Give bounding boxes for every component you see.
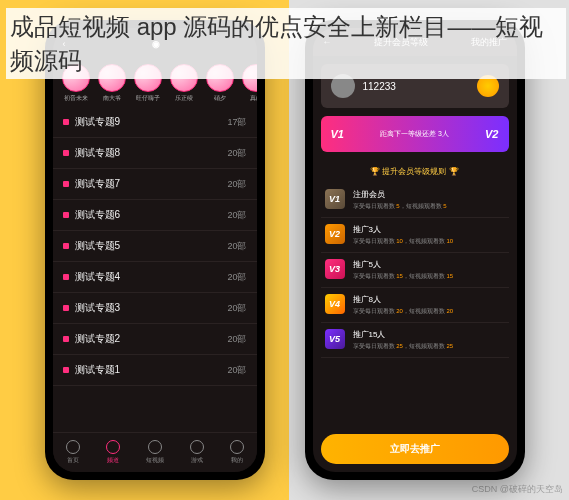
bullet-icon [63, 150, 69, 156]
tier-title: 推广5人 [353, 259, 454, 270]
list-item[interactable]: 测试专题720部 [53, 169, 257, 200]
bottom-tabbar: 首页频道短视频游戏我的 [53, 432, 257, 472]
tab-item[interactable]: 我的 [230, 440, 244, 465]
tier-badge-icon: V5 [325, 329, 345, 349]
tier-title: 推广8人 [353, 294, 454, 305]
row-count: 20部 [227, 364, 246, 377]
tier-row: V4推广8人享受每日观看数 20，短视频观看数 20 [321, 288, 509, 323]
tab-item[interactable]: 游戏 [190, 440, 204, 465]
tab-label: 游戏 [191, 456, 203, 465]
row-count: 20部 [227, 178, 246, 191]
story-name: 乐正绫 [167, 94, 201, 103]
article-title: 成品短视频 app 源码的优点安全上新栏目——短视频源码 [6, 8, 566, 79]
tab-icon [106, 440, 120, 454]
list-item[interactable]: 测试专题320部 [53, 293, 257, 324]
tab-icon [230, 440, 244, 454]
story-name: 初音未来 [59, 94, 93, 103]
story-name: 南大爷 [95, 94, 129, 103]
promote-button[interactable]: 立即去推广 [321, 434, 509, 464]
tier-badge-icon: V4 [325, 294, 345, 314]
tier-row: V2推广3人享受每日观看数 10，短视频观看数 10 [321, 218, 509, 253]
tab-icon [148, 440, 162, 454]
level-left: V1 [331, 128, 344, 140]
story-name: 真白 [239, 94, 257, 103]
list-item[interactable]: 测试专题120部 [53, 355, 257, 386]
watermark: CSDN @破碎的天空岛 [472, 483, 563, 496]
row-title: 测试专题2 [75, 332, 121, 346]
tab-label: 频道 [107, 456, 119, 465]
row-title: 测试专题9 [75, 115, 121, 129]
tier-title: 推广15人 [353, 329, 454, 340]
tier-badge-icon: V2 [325, 224, 345, 244]
row-title: 测试专题6 [75, 208, 121, 222]
tier-desc: 享受每日观看数 20，短视频观看数 20 [353, 307, 454, 316]
row-title: 测试专题1 [75, 363, 121, 377]
list-item[interactable]: 测试专题820部 [53, 138, 257, 169]
bullet-icon [63, 336, 69, 342]
section-title: 🏆 提升会员等级规则 🏆 [313, 160, 517, 183]
progress-bar: V1 距离下一等级还差 3人 V2 [321, 116, 509, 152]
bullet-icon [63, 305, 69, 311]
row-title: 测试专题4 [75, 270, 121, 284]
bullet-icon [63, 274, 69, 280]
tier-row: V5推广15人享受每日观看数 25，短视频观看数 25 [321, 323, 509, 358]
tab-item[interactable]: 频道 [106, 440, 120, 465]
tab-label: 首页 [67, 456, 79, 465]
row-count: 20部 [227, 147, 246, 160]
list-item[interactable]: 测试专题917部 [53, 107, 257, 138]
tier-row: V1注册会员享受每日观看数 5，短视频观看数 5 [321, 183, 509, 218]
list-item[interactable]: 测试专题220部 [53, 324, 257, 355]
story-name: 硝夕 [203, 94, 237, 103]
list-item[interactable]: 测试专题420部 [53, 262, 257, 293]
row-count: 20部 [227, 302, 246, 315]
row-title: 测试专题5 [75, 239, 121, 253]
row-count: 20部 [227, 333, 246, 346]
phone-left: ‹ ◉ 初音未来南大爷旺仔嗨子乐正绫硝夕真白 测试专题917部测试专题820部测… [45, 20, 265, 480]
bullet-icon [63, 243, 69, 249]
tier-row: V3推广5人享受每日观看数 15，短视频观看数 15 [321, 253, 509, 288]
phone-right: ← 提升会员等级 我的推广 112233 V1 距离下一等级还差 3人 V2 🏆… [305, 20, 525, 480]
row-count: 20部 [227, 240, 246, 253]
bullet-icon [63, 212, 69, 218]
tab-label: 我的 [231, 456, 243, 465]
tab-item[interactable]: 短视频 [146, 440, 164, 465]
tiers-list: V1注册会员享受每日观看数 5，短视频观看数 5V2推广3人享受每日观看数 10… [313, 183, 517, 426]
progress-text: 距离下一等级还差 3人 [380, 129, 449, 139]
tier-title: 注册会员 [353, 189, 447, 200]
tab-label: 短视频 [146, 456, 164, 465]
row-count: 20部 [227, 271, 246, 284]
bullet-icon [63, 181, 69, 187]
level-right: V2 [485, 128, 498, 140]
topics-list[interactable]: 测试专题917部测试专题820部测试专题720部测试专题620部测试专题520部… [53, 107, 257, 432]
screen-left: ‹ ◉ 初音未来南大爷旺仔嗨子乐正绫硝夕真白 测试专题917部测试专题820部测… [53, 28, 257, 472]
tab-icon [66, 440, 80, 454]
tier-desc: 享受每日观看数 15，短视频观看数 15 [353, 272, 454, 281]
list-item[interactable]: 测试专题620部 [53, 200, 257, 231]
row-title: 测试专题7 [75, 177, 121, 191]
tier-desc: 享受每日观看数 10，短视频观看数 10 [353, 237, 454, 246]
row-title: 测试专题3 [75, 301, 121, 315]
user-id: 112233 [363, 81, 469, 92]
tab-icon [190, 440, 204, 454]
tier-badge-icon: V3 [325, 259, 345, 279]
tier-desc: 享受每日观看数 5，短视频观看数 5 [353, 202, 447, 211]
row-count: 17部 [227, 116, 246, 129]
row-count: 20部 [227, 209, 246, 222]
bullet-icon [63, 367, 69, 373]
list-item[interactable]: 测试专题520部 [53, 231, 257, 262]
row-title: 测试专题8 [75, 146, 121, 160]
story-name: 旺仔嗨子 [131, 94, 165, 103]
tier-desc: 享受每日观看数 25，短视频观看数 25 [353, 342, 454, 351]
tab-item[interactable]: 首页 [66, 440, 80, 465]
bullet-icon [63, 119, 69, 125]
tier-title: 推广3人 [353, 224, 454, 235]
screen-right: ← 提升会员等级 我的推广 112233 V1 距离下一等级还差 3人 V2 🏆… [313, 28, 517, 472]
tier-badge-icon: V1 [325, 189, 345, 209]
